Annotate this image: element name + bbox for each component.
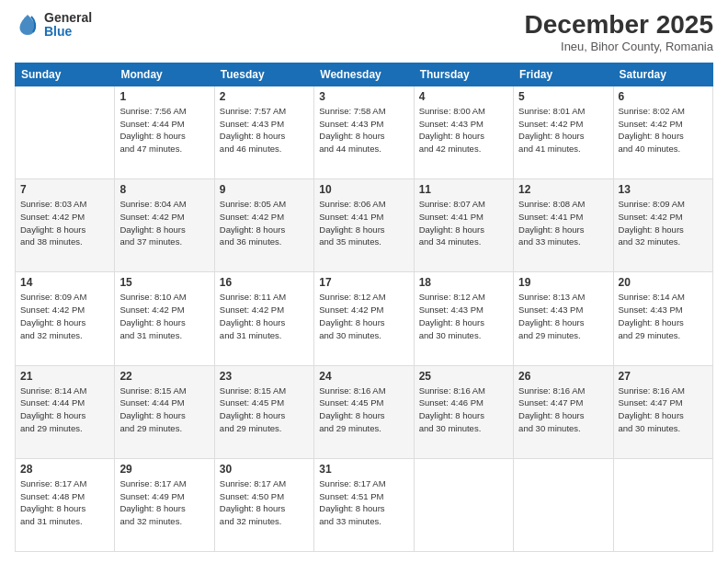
- table-row: [16, 86, 115, 178]
- logo-text: General Blue: [44, 11, 92, 40]
- day-info: Sunrise: 8:05 AMSunset: 4:42 PMDaylight:…: [220, 198, 309, 248]
- header: General Blue December 2025 Ineu, Bihor C…: [15, 11, 713, 53]
- day-info: Sunrise: 8:16 AMSunset: 4:46 PMDaylight:…: [419, 385, 508, 435]
- day-number: 28: [20, 463, 109, 476]
- day-number: 19: [518, 276, 608, 289]
- day-info: Sunrise: 7:58 AMSunset: 4:43 PMDaylight:…: [319, 105, 408, 155]
- day-number: 10: [319, 183, 408, 196]
- table-row: 23Sunrise: 8:15 AMSunset: 4:45 PMDayligh…: [214, 365, 313, 458]
- day-info: Sunrise: 8:17 AMSunset: 4:48 PMDaylight:…: [20, 477, 109, 528]
- table-row: 27Sunrise: 8:16 AMSunset: 4:47 PMDayligh…: [613, 365, 712, 458]
- table-row: 17Sunrise: 8:12 AMSunset: 4:42 PMDayligh…: [314, 272, 414, 365]
- page: General Blue December 2025 Ineu, Bihor C…: [0, 0, 728, 563]
- day-number: 1: [119, 90, 209, 103]
- day-info: Sunrise: 8:12 AMSunset: 4:42 PMDaylight:…: [319, 291, 408, 341]
- day-number: 29: [119, 463, 209, 476]
- calendar-week-2: 7Sunrise: 8:03 AMSunset: 4:42 PMDaylight…: [16, 179, 713, 272]
- day-info: Sunrise: 8:13 AMSunset: 4:43 PMDaylight:…: [518, 291, 608, 341]
- day-number: 12: [518, 183, 608, 196]
- day-number: 25: [419, 370, 508, 383]
- day-number: 2: [220, 90, 309, 103]
- col-sunday: Sunday: [16, 63, 115, 86]
- table-row: 2Sunrise: 7:57 AMSunset: 4:43 PMDaylight…: [214, 86, 313, 178]
- day-number: 9: [220, 183, 309, 196]
- table-row: 16Sunrise: 8:11 AMSunset: 4:42 PMDayligh…: [214, 272, 313, 365]
- logo-icon: [15, 12, 40, 38]
- day-number: 3: [319, 90, 408, 103]
- day-number: 27: [619, 370, 708, 383]
- calendar-table: Sunday Monday Tuesday Wednesday Thursday…: [15, 63, 713, 552]
- day-number: 4: [419, 90, 508, 103]
- day-number: 7: [20, 183, 109, 196]
- day-info: Sunrise: 8:07 AMSunset: 4:41 PMDaylight:…: [419, 198, 508, 248]
- day-number: 16: [220, 276, 309, 289]
- day-number: 26: [518, 370, 608, 383]
- table-row: [414, 458, 513, 551]
- day-info: Sunrise: 8:04 AMSunset: 4:42 PMDaylight:…: [119, 198, 209, 248]
- day-info: Sunrise: 8:17 AMSunset: 4:51 PMDaylight:…: [319, 477, 408, 528]
- calendar-week-1: 1Sunrise: 7:56 AMSunset: 4:44 PMDaylight…: [16, 86, 713, 178]
- table-row: [613, 458, 712, 551]
- day-info: Sunrise: 8:17 AMSunset: 4:50 PMDaylight:…: [220, 477, 309, 528]
- day-number: 31: [319, 463, 408, 476]
- day-number: 15: [119, 276, 209, 289]
- table-row: 14Sunrise: 8:09 AMSunset: 4:42 PMDayligh…: [16, 272, 115, 365]
- table-row: [514, 458, 613, 551]
- day-number: 17: [319, 276, 408, 289]
- col-monday: Monday: [115, 63, 214, 86]
- table-row: 24Sunrise: 8:16 AMSunset: 4:45 PMDayligh…: [314, 365, 414, 458]
- table-row: 1Sunrise: 7:56 AMSunset: 4:44 PMDaylight…: [115, 86, 214, 178]
- calendar-header-row: Sunday Monday Tuesday Wednesday Thursday…: [16, 63, 713, 86]
- day-info: Sunrise: 8:16 AMSunset: 4:45 PMDaylight:…: [319, 385, 408, 435]
- day-info: Sunrise: 8:00 AMSunset: 4:43 PMDaylight:…: [419, 105, 508, 155]
- table-row: 6Sunrise: 8:02 AMSunset: 4:42 PMDaylight…: [613, 86, 712, 178]
- day-number: 13: [619, 183, 708, 196]
- table-row: 15Sunrise: 8:10 AMSunset: 4:42 PMDayligh…: [115, 272, 214, 365]
- day-number: 18: [419, 276, 508, 289]
- table-row: 29Sunrise: 8:17 AMSunset: 4:49 PMDayligh…: [115, 458, 214, 551]
- table-row: 20Sunrise: 8:14 AMSunset: 4:43 PMDayligh…: [613, 272, 712, 365]
- table-row: 26Sunrise: 8:16 AMSunset: 4:47 PMDayligh…: [514, 365, 613, 458]
- table-row: 13Sunrise: 8:09 AMSunset: 4:42 PMDayligh…: [613, 179, 712, 272]
- col-saturday: Saturday: [613, 63, 712, 86]
- calendar-week-5: 28Sunrise: 8:17 AMSunset: 4:48 PMDayligh…: [16, 458, 713, 551]
- table-row: 22Sunrise: 8:15 AMSunset: 4:44 PMDayligh…: [115, 365, 214, 458]
- title-block: December 2025 Ineu, Bihor County, Romani…: [525, 11, 713, 53]
- table-row: 8Sunrise: 8:04 AMSunset: 4:42 PMDaylight…: [115, 179, 214, 272]
- col-tuesday: Tuesday: [214, 63, 313, 86]
- day-info: Sunrise: 8:15 AMSunset: 4:44 PMDaylight:…: [119, 385, 209, 435]
- day-info: Sunrise: 8:10 AMSunset: 4:42 PMDaylight:…: [119, 291, 209, 341]
- day-number: 11: [419, 183, 508, 196]
- day-info: Sunrise: 8:14 AMSunset: 4:44 PMDaylight:…: [20, 385, 109, 435]
- col-wednesday: Wednesday: [314, 63, 414, 86]
- day-info: Sunrise: 8:06 AMSunset: 4:41 PMDaylight:…: [319, 198, 408, 248]
- day-number: 8: [119, 183, 209, 196]
- day-info: Sunrise: 8:12 AMSunset: 4:43 PMDaylight:…: [419, 291, 508, 341]
- logo-blue-text: Blue: [44, 25, 92, 39]
- location: Ineu, Bihor County, Romania: [525, 40, 713, 53]
- day-info: Sunrise: 8:17 AMSunset: 4:49 PMDaylight:…: [119, 477, 209, 528]
- day-number: 14: [20, 276, 109, 289]
- day-info: Sunrise: 8:08 AMSunset: 4:41 PMDaylight:…: [518, 198, 608, 248]
- day-number: 22: [119, 370, 209, 383]
- day-info: Sunrise: 8:09 AMSunset: 4:42 PMDaylight:…: [20, 291, 109, 341]
- day-number: 24: [319, 370, 408, 383]
- col-friday: Friday: [514, 63, 613, 86]
- day-info: Sunrise: 8:15 AMSunset: 4:45 PMDaylight:…: [220, 385, 309, 435]
- table-row: 18Sunrise: 8:12 AMSunset: 4:43 PMDayligh…: [414, 272, 513, 365]
- table-row: 11Sunrise: 8:07 AMSunset: 4:41 PMDayligh…: [414, 179, 513, 272]
- day-info: Sunrise: 8:09 AMSunset: 4:42 PMDaylight:…: [619, 198, 708, 248]
- table-row: 9Sunrise: 8:05 AMSunset: 4:42 PMDaylight…: [214, 179, 313, 272]
- table-row: 19Sunrise: 8:13 AMSunset: 4:43 PMDayligh…: [514, 272, 613, 365]
- logo-general-text: General: [44, 11, 92, 25]
- day-info: Sunrise: 7:56 AMSunset: 4:44 PMDaylight:…: [119, 105, 209, 155]
- day-number: 21: [20, 370, 109, 383]
- logo: General Blue: [15, 11, 92, 40]
- table-row: 10Sunrise: 8:06 AMSunset: 4:41 PMDayligh…: [314, 179, 414, 272]
- day-number: 30: [220, 463, 309, 476]
- calendar-week-4: 21Sunrise: 8:14 AMSunset: 4:44 PMDayligh…: [16, 365, 713, 458]
- table-row: 21Sunrise: 8:14 AMSunset: 4:44 PMDayligh…: [16, 365, 115, 458]
- day-info: Sunrise: 8:16 AMSunset: 4:47 PMDaylight:…: [619, 385, 708, 435]
- table-row: 28Sunrise: 8:17 AMSunset: 4:48 PMDayligh…: [16, 458, 115, 551]
- day-info: Sunrise: 8:14 AMSunset: 4:43 PMDaylight:…: [619, 291, 708, 341]
